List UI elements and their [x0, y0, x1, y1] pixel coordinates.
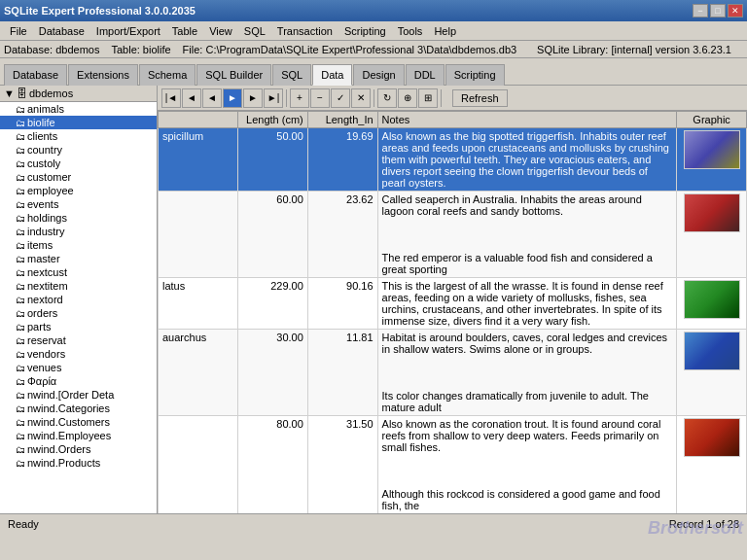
tab-design[interactable]: Design	[353, 64, 404, 86]
menu-item-file[interactable]: File	[4, 23, 33, 39]
tab-sql[interactable]: SQL	[272, 64, 311, 86]
close-button[interactable]: ✕	[728, 4, 743, 18]
col-header-name	[159, 112, 238, 128]
table-row[interactable]: auarchus 30.00 11.81 Habitat is around b…	[159, 330, 747, 416]
refresh-button[interactable]: Refresh	[452, 89, 508, 107]
nav-sep3	[441, 89, 442, 107]
menu-item-transaction[interactable]: Transaction	[271, 23, 338, 39]
sidebar-item-reservat[interactable]: 🗂reservat	[0, 333, 157, 347]
nav-first[interactable]: |◄	[161, 88, 181, 108]
table-icon: 🗂	[16, 227, 25, 237]
tab-extensions[interactable]: Extensions	[68, 64, 138, 86]
statusbar: Ready Record 1 of 28	[0, 513, 747, 533]
nav-add[interactable]: +	[290, 88, 309, 108]
table-row[interactable]: spicillum 50.00 19.69 Also known as the …	[159, 128, 747, 192]
sidebar-item-orders[interactable]: 🗂orders	[0, 306, 157, 320]
tree-label: events	[27, 198, 58, 210]
nav-next[interactable]: ►	[243, 88, 263, 108]
tree-label: custoly	[27, 158, 60, 169]
sidebar-item-biolife[interactable]: 🗂biolife	[0, 116, 157, 129]
sidebar-item-employee[interactable]: 🗂employee	[0, 184, 157, 197]
table-info: Table: biolife	[111, 44, 170, 55]
sidebar-item-nwind.orders[interactable]: 🗂nwind.Orders	[0, 442, 157, 456]
menu-item-table[interactable]: Table	[166, 23, 203, 39]
nav-filter[interactable]: ⊕	[398, 88, 417, 108]
menu-item-database[interactable]: Database	[33, 23, 90, 39]
cell-length-cm: 50.00	[238, 128, 308, 192]
sidebar-item-nwind.customers[interactable]: 🗂nwind.Customers	[0, 415, 157, 429]
nav-prev-page[interactable]: ◄	[182, 88, 201, 108]
tree-label: employee	[27, 185, 74, 196]
nav-play[interactable]: ►	[223, 88, 242, 108]
nav-delete[interactable]: −	[310, 88, 330, 108]
sidebar-item-country[interactable]: 🗂country	[0, 143, 157, 157]
nav-grid[interactable]: ⊞	[418, 88, 438, 108]
cell-name	[159, 192, 238, 278]
sidebar-item-vendors[interactable]: 🗂vendors	[0, 347, 157, 361]
sidebar-item-nextord[interactable]: 🗂nextord	[0, 293, 157, 306]
cell-length-cm: 229.00	[238, 278, 308, 330]
nav-refresh-icon[interactable]: ↻	[377, 88, 397, 108]
sidebar-item-nwind.employees[interactable]: 🗂nwind.Employees	[0, 429, 157, 442]
sidebar-item-φαρία[interactable]: 🗂Φαρία	[0, 374, 157, 388]
table-icon: 🗂	[16, 131, 25, 142]
sidebar-item-animals[interactable]: 🗂animals	[0, 102, 157, 116]
tab-data[interactable]: Data	[312, 64, 352, 86]
table-icon: 🗂	[16, 281, 25, 292]
nav-prev[interactable]: ◄	[202, 88, 222, 108]
sidebar-item-master[interactable]: 🗂master	[0, 252, 157, 265]
sidebar-item-parts[interactable]: 🗂parts	[0, 320, 157, 333]
menubar: FileDatabaseImport/ExportTableViewSQLTra…	[0, 21, 747, 41]
sidebar-item-nextcust[interactable]: 🗂nextcust	[0, 265, 157, 279]
app-title: SQLite Expert Professional 3.0.0.2035	[4, 5, 693, 17]
minimize-button[interactable]: −	[693, 4, 708, 18]
menu-item-sql[interactable]: SQL	[238, 23, 271, 39]
cell-graphic	[677, 278, 747, 330]
menu-item-import/export[interactable]: Import/Export	[90, 23, 166, 39]
sidebar-item-custoly[interactable]: 🗂custoly	[0, 157, 157, 170]
sidebar-item-customer[interactable]: 🗂customer	[0, 170, 157, 184]
nav-cancel[interactable]: ✕	[351, 88, 371, 108]
menu-item-help[interactable]: Help	[428, 23, 462, 39]
nav-last[interactable]: ►|	[264, 88, 283, 108]
tree-label: nwind.Categories	[27, 402, 110, 414]
tree-label: master	[27, 253, 60, 264]
tab-scripting[interactable]: Scripting	[445, 64, 505, 86]
table-row[interactable]: latus 229.00 90.16 This is the largest o…	[159, 278, 747, 330]
fish-image	[684, 193, 740, 232]
sidebar-item-nwind.categories[interactable]: 🗂nwind.Categories	[0, 402, 157, 415]
tab-database[interactable]: Database	[4, 64, 67, 86]
sidebar-item-venues[interactable]: 🗂venues	[0, 361, 157, 374]
sidebar-item-nwind.products[interactable]: 🗂nwind.Products	[0, 456, 157, 470]
sidebar-item-clients[interactable]: 🗂clients	[0, 129, 157, 143]
sidebar-item-events[interactable]: 🗂events	[0, 197, 157, 211]
nav-confirm[interactable]: ✓	[331, 88, 350, 108]
fish-image	[684, 332, 740, 370]
tree-label: items	[27, 239, 53, 251]
menu-item-view[interactable]: View	[203, 23, 238, 39]
sidebar-item-industry[interactable]: 🗂industry	[0, 225, 157, 238]
table-icon: 🗂	[16, 417, 25, 428]
col-header-notes: Notes	[377, 112, 677, 128]
tab-sql-builder[interactable]: SQL Builder	[196, 64, 271, 86]
table-row[interactable]: 80.00 31.50 Also known as the coronation…	[159, 416, 747, 514]
tab-schema[interactable]: Schema	[139, 64, 196, 86]
table-icon: 🗂	[16, 254, 25, 264]
table-row[interactable]: 60.00 23.62 Called seaperch in Australia…	[159, 192, 747, 278]
tab-ddl[interactable]: DDL	[406, 64, 445, 86]
sidebar-item-nextitem[interactable]: 🗂nextitem	[0, 279, 157, 293]
table-icon: 🗂	[16, 213, 25, 224]
table-icon: 🗂	[16, 308, 25, 319]
menu-item-tools[interactable]: Tools	[392, 23, 429, 39]
fish-image	[684, 418, 740, 457]
maximize-button[interactable]: □	[710, 4, 726, 18]
table-icon: 🗂	[16, 363, 25, 373]
sidebar-item-holdings[interactable]: 🗂holdings	[0, 211, 157, 225]
data-table: Length (cm) Length_In Notes Graphic spic…	[158, 111, 747, 513]
cell-notes: Also known as the coronation trout. It i…	[377, 416, 677, 514]
cell-notes: This is the largest of all the wrasse. I…	[377, 278, 677, 330]
menu-item-scripting[interactable]: Scripting	[338, 23, 392, 39]
cell-name: spicillum	[159, 128, 238, 192]
sidebar-item-nwind.[orderdeta[interactable]: 🗂nwind.[Order Deta	[0, 388, 157, 402]
sidebar-item-items[interactable]: 🗂items	[0, 238, 157, 252]
